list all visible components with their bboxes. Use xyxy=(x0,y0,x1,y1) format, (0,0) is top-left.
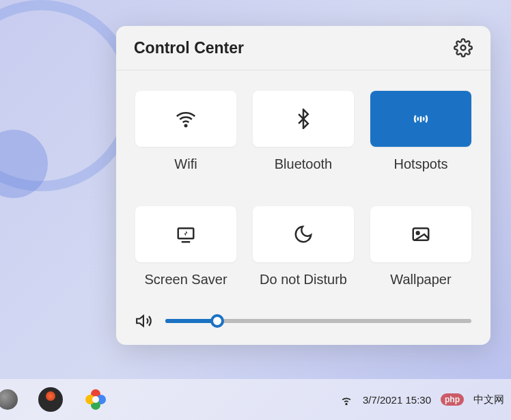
screensaver-tile[interactable]: Screen Saver xyxy=(135,206,236,288)
music-app-icon[interactable] xyxy=(38,387,63,412)
svg-rect-5 xyxy=(413,228,429,240)
tray-datetime[interactable]: 3/7/2021 15:30 xyxy=(363,394,431,406)
wifi-icon xyxy=(176,109,196,129)
hotspots-label: Hotspots xyxy=(394,156,448,172)
control-center-panel: Control Center Wifi xyxy=(116,26,491,345)
taskbar-right: 3/7/2021 15:30 php 中文网 xyxy=(340,393,504,406)
svg-point-1 xyxy=(185,125,187,127)
taskbar: 3/7/2021 15:30 php 中文网 xyxy=(0,379,511,420)
moon-icon xyxy=(293,224,314,244)
control-center-body: Wifi Bluetooth Hotspots xyxy=(116,70,491,345)
hotspot-icon xyxy=(411,109,431,129)
wallpaper-label: Wallpaper xyxy=(390,272,451,288)
volume-row xyxy=(135,312,471,330)
dnd-tile[interactable]: Do not Disturb xyxy=(253,206,354,288)
svg-marker-7 xyxy=(137,316,143,326)
svg-point-12 xyxy=(92,396,99,403)
taskbar-left xyxy=(7,387,108,412)
tile-grid: Wifi Bluetooth Hotspots xyxy=(135,91,471,288)
photos-app-icon[interactable] xyxy=(83,387,108,412)
hotspots-tile[interactable]: Hotspots xyxy=(370,91,471,172)
bluetooth-tile[interactable]: Bluetooth xyxy=(253,91,354,172)
volume-icon[interactable] xyxy=(135,312,153,330)
bluetooth-label: Bluetooth xyxy=(275,156,333,172)
volume-fill xyxy=(165,319,217,323)
php-badge: php xyxy=(441,393,464,406)
panel-title: Control Center xyxy=(134,39,244,57)
image-icon xyxy=(411,224,431,244)
dnd-label: Do not Disturb xyxy=(260,272,347,288)
wallpaper-tile[interactable]: Wallpaper xyxy=(370,206,471,288)
svg-point-6 xyxy=(417,232,419,234)
svg-point-0 xyxy=(461,46,466,51)
volume-slider[interactable] xyxy=(165,319,471,323)
tray-wifi-icon[interactable] xyxy=(340,393,353,406)
wifi-tile[interactable]: Wifi xyxy=(135,91,236,172)
app-icon-1[interactable] xyxy=(0,389,18,410)
wifi-label: Wifi xyxy=(174,156,197,172)
screensaver-label: Screen Saver xyxy=(144,272,227,288)
svg-point-13 xyxy=(346,404,347,405)
settings-icon[interactable] xyxy=(454,38,473,57)
bluetooth-icon xyxy=(293,109,314,129)
screensaver-icon xyxy=(176,224,196,244)
control-center-header: Control Center xyxy=(116,26,491,70)
volume-thumb[interactable] xyxy=(210,314,224,328)
tray-lang[interactable]: 中文网 xyxy=(473,393,504,406)
